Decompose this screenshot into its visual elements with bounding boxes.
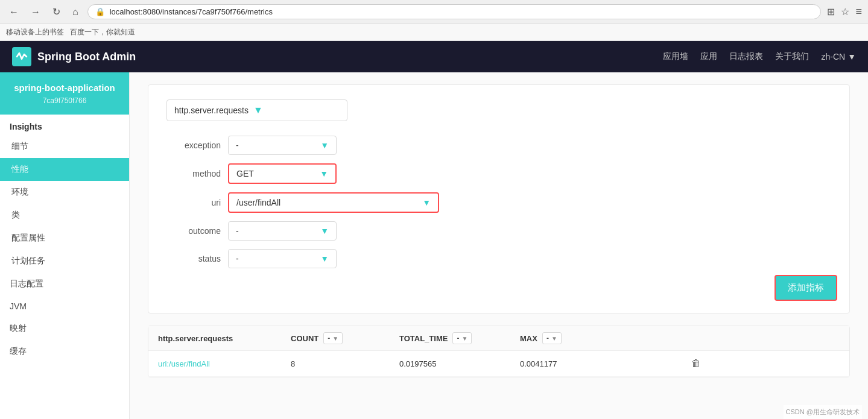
url-text: localhost:8080/instances/7ca9f750f766/me… <box>110 7 273 16</box>
metric-type-arrow-icon: ▼ <box>253 105 263 116</box>
table-metric-label: http.server.requests <box>158 334 233 343</box>
sidebar-mappings-label: 映射 <box>10 323 27 333</box>
sidebar-item-env[interactable]: 环境 <box>0 181 129 204</box>
total-time-value: 0.0197565 <box>399 359 436 368</box>
metric-type-select[interactable]: http.server.requests ▼ <box>166 99 347 121</box>
filter-uri-value: /user/findAll <box>236 198 417 207</box>
metric-link[interactable]: uri:/user/findAll <box>158 359 210 368</box>
sidebar-cache-label: 缓存 <box>10 346 27 356</box>
sidebar: spring-boot-application 7ca9f750f766 Ins… <box>0 72 130 419</box>
home-button[interactable]: ⌂ <box>69 5 81 19</box>
attribution: CSDN @用生命研发技术 <box>784 405 862 419</box>
baidu-bookmark[interactable]: 百度一下，你就知道 <box>70 27 135 37</box>
security-icon: 🔒 <box>95 7 105 16</box>
sidebar-item-tasks[interactable]: 计划任务 <box>0 250 129 273</box>
refresh-button[interactable]: ↻ <box>49 5 63 19</box>
filter-status-label: status <box>166 254 221 263</box>
content-area: http.server.requests ▼ exception - ▼ met… <box>130 72 868 419</box>
filter-method-label: method <box>166 169 221 178</box>
logo-icon <box>12 47 31 66</box>
row-max-value: 0.0041177 🗑 <box>520 358 701 369</box>
count-select[interactable]: - ▼ <box>323 332 343 344</box>
metric-selector-row: http.server.requests ▼ <box>166 99 831 121</box>
max-value: 0.0041177 <box>520 359 557 368</box>
sidebar-item-details-label: 细节 <box>11 141 28 151</box>
sidebar-mappings[interactable]: 映射 <box>0 317 129 340</box>
bookmarks-bar: 移动设备上的书签 百度一下，你就知道 <box>0 24 868 41</box>
table-count-label: COUNT <box>291 334 318 343</box>
filter-outcome-arrow-icon: ▼ <box>320 226 329 236</box>
bookmark-icon[interactable]: ☆ <box>841 6 849 17</box>
filter-method-arrow-icon: ▼ <box>320 169 328 178</box>
metric-filter-panel: http.server.requests ▼ exception - ▼ met… <box>148 84 850 313</box>
sidebar-cache[interactable]: 缓存 <box>0 340 129 363</box>
sidebar-item-tasks-label: 计划任务 <box>11 256 45 265</box>
table-max-label: MAX <box>520 334 537 343</box>
menu-icon[interactable]: ≡ <box>855 5 862 18</box>
filter-outcome-value: - <box>236 226 315 236</box>
add-metric-button[interactable]: 添加指标 <box>775 275 837 301</box>
forward-button[interactable]: → <box>28 5 43 19</box>
filter-exception-row: exception - ▼ <box>166 136 831 155</box>
sidebar-item-classes-label: 类 <box>11 210 20 219</box>
filter-outcome-select[interactable]: - ▼ <box>228 221 337 241</box>
sidebar-log-config-label: 日志配置 <box>10 279 43 288</box>
filter-uri-label: uri <box>166 198 221 207</box>
filter-exception-select[interactable]: - ▼ <box>228 136 337 155</box>
table-col-total-time-header: TOTAL_TIME - ▼ <box>399 332 520 344</box>
sidebar-app-id: 7ca9f750f766 <box>7 96 122 105</box>
sidebar-jvm-label: JVM <box>10 301 27 311</box>
filter-method-row: method GET ▼ <box>166 163 831 184</box>
results-table: http.server.requests COUNT - ▼ TOTAL_TIM… <box>148 326 850 377</box>
filter-uri-row: uri /user/findAll ▼ <box>166 192 831 213</box>
max-select-value: - <box>546 334 549 342</box>
app-logo: Spring Boot Admin <box>12 47 663 66</box>
total-time-select[interactable]: - ▼ <box>452 332 472 344</box>
nav-about[interactable]: 关于我们 <box>775 51 809 62</box>
filter-status-row: status - ▼ <box>166 249 831 268</box>
main-layout: spring-boot-application 7ca9f750f766 Ins… <box>0 72 868 419</box>
row-metric-name: uri:/user/findAll <box>158 359 291 368</box>
sidebar-item-config[interactable]: 配置属性 <box>0 227 129 250</box>
filter-status-value: - <box>236 254 315 263</box>
lang-selector[interactable]: zh-CN ▼ <box>821 52 856 61</box>
filter-exception-label: exception <box>166 140 221 150</box>
app-name-text: Spring Boot Admin <box>37 51 136 63</box>
count-select-value: - <box>328 334 330 342</box>
filter-exception-value: - <box>236 140 315 150</box>
sidebar-log-config[interactable]: 日志配置 <box>0 273 129 295</box>
filter-exception-arrow-icon: ▼ <box>320 140 329 150</box>
app-nav: 应用墙 应用 日志报表 关于我们 zh-CN ▼ <box>663 51 856 62</box>
filter-uri-arrow-icon: ▼ <box>422 198 431 207</box>
table-col-metric-header: http.server.requests <box>158 334 291 343</box>
nav-wall[interactable]: 应用墙 <box>663 51 688 62</box>
max-select-arrow-icon: ▼ <box>551 335 557 342</box>
delete-row-button[interactable]: 🗑 <box>691 358 701 369</box>
sidebar-item-env-label: 环境 <box>11 187 28 197</box>
filter-status-arrow-icon: ▼ <box>320 254 329 263</box>
back-button[interactable]: ← <box>6 5 22 19</box>
table-row: uri:/user/findAll 8 0.0197565 0.0041177 … <box>148 351 849 377</box>
sidebar-jvm[interactable]: JVM <box>0 295 129 317</box>
filter-uri-select[interactable]: /user/findAll ▼ <box>228 192 439 213</box>
row-total-time-value: 0.0197565 <box>399 359 520 368</box>
url-bar[interactable]: 🔒 localhost:8080/instances/7ca9f750f766/… <box>87 4 822 19</box>
filter-outcome-label: outcome <box>166 226 221 236</box>
nav-apps[interactable]: 应用 <box>700 51 717 62</box>
max-select[interactable]: - ▼ <box>542 332 562 344</box>
filter-method-select[interactable]: GET ▼ <box>228 163 337 184</box>
attribution-text: CSDN @用生命研发技术 <box>786 408 860 415</box>
sidebar-item-classes[interactable]: 类 <box>0 204 129 227</box>
sidebar-item-performance[interactable]: 性能 <box>0 158 129 181</box>
app-header: Spring Boot Admin 应用墙 应用 日志报表 关于我们 zh-CN… <box>0 41 868 72</box>
filter-method-value: GET <box>236 169 315 178</box>
count-value: 8 <box>291 359 295 368</box>
lang-dropdown-icon: ▼ <box>847 52 856 61</box>
browser-chrome: ← → ↻ ⌂ 🔒 localhost:8080/instances/7ca9f… <box>0 0 868 24</box>
nav-log-report[interactable]: 日志报表 <box>729 51 763 62</box>
sidebar-item-performance-label: 性能 <box>11 164 28 174</box>
sidebar-item-details[interactable]: 细节 <box>0 135 129 158</box>
filter-status-select[interactable]: - ▼ <box>228 249 337 268</box>
sidebar-item-config-label: 配置属性 <box>11 233 45 242</box>
table-col-count-header: COUNT - ▼ <box>291 332 399 344</box>
